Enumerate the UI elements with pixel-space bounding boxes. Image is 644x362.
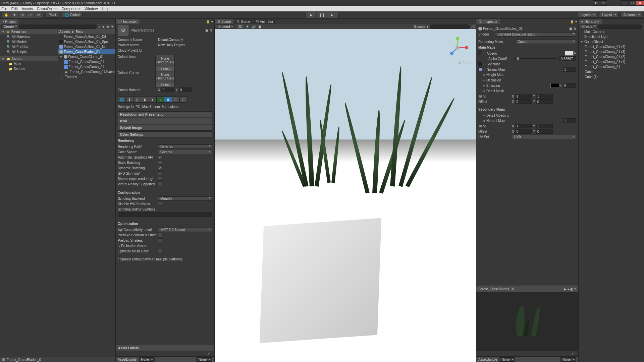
define-symbols-field[interactable]	[118, 212, 212, 217]
maximize-button[interactable]: ☐	[628, 0, 636, 6]
color-space[interactable]: Gamma	[158, 150, 212, 154]
bundle-variant[interactable]: None	[560, 357, 576, 362]
platform-web[interactable]: 🌐	[118, 97, 126, 103]
preview-controls[interactable]: ▶ ● ◐ ≡	[564, 287, 576, 291]
section-icon[interactable]: Icon	[118, 118, 212, 124]
picker-icon[interactable]: ✎	[559, 84, 562, 87]
layers-dropdown[interactable]: Layers	[578, 12, 597, 18]
normal-value[interactable]: 1	[563, 67, 576, 72]
rendering-mode[interactable]: Cutout	[515, 40, 576, 44]
menu-gameobject[interactable]: GameObject	[37, 7, 58, 11]
fx-toggle[interactable]: ▣	[258, 25, 261, 28]
account-dropdown[interactable]: Account	[621, 12, 642, 18]
gpu-skinning-checkbox[interactable]	[158, 171, 162, 175]
disable-hw-checkbox[interactable]	[158, 202, 162, 206]
stereo-checkbox[interactable]	[158, 177, 162, 181]
project-tab[interactable]: ▪Project	[0, 19, 18, 24]
filter-icon[interactable]: ★	[106, 25, 109, 28]
section-resolution[interactable]: Resolution and Presentation	[118, 111, 212, 117]
file-item[interactable]: ▣Forest_GrassClump_01Avatar	[58, 69, 116, 74]
hierarchy-search[interactable]	[597, 24, 643, 29]
file-item[interactable]: Forest_GrassAplhas_01_Spc	[58, 39, 116, 44]
cutoff-value[interactable]: 0.36567	[559, 56, 576, 61]
create-dropdown[interactable]: Create	[580, 24, 597, 29]
bundle-variant[interactable]: None	[196, 357, 212, 362]
label-icon[interactable]: 🏷	[208, 352, 212, 355]
breadcrumb[interactable]: Assets ▸ Mats	[58, 29, 116, 34]
animator-tab[interactable]: ⧉Animator	[254, 19, 276, 24]
platform-tv[interactable]: ▢	[179, 97, 187, 103]
emission-value[interactable]: 0	[563, 83, 576, 88]
lock-icon[interactable]: 🔒	[206, 20, 210, 23]
aux-icon[interactable]: ◧	[593, 0, 600, 6]
light-toggle[interactable]: ☀	[246, 25, 249, 28]
create-dropdown[interactable]: Create	[1, 24, 19, 29]
label-icon[interactable]: 🏷	[572, 352, 576, 355]
hierarchy-item[interactable]: Forest_GrassClump_01	[579, 64, 644, 69]
inspector-tab[interactable]: ⓘInspector	[476, 19, 500, 24]
map-slot[interactable]	[478, 62, 482, 66]
favorite-item[interactable]: 🔍All Materials	[0, 34, 58, 39]
folder-mats[interactable]: 📁Mats	[0, 61, 58, 66]
platform-bb[interactable]: ●	[149, 97, 157, 103]
minimize-button[interactable]: ─	[621, 0, 629, 6]
emission-color[interactable]	[550, 83, 559, 88]
favorites-header[interactable]: ▾★Favorites	[0, 29, 58, 34]
platform-webgl[interactable]: ⬢	[164, 97, 172, 103]
menu-icon[interactable]: ▾	[211, 20, 213, 23]
menu-component[interactable]: Component	[61, 7, 80, 11]
company-value[interactable]: DefaultCompany	[158, 38, 212, 42]
hand-tool[interactable]: ✋	[2, 12, 10, 18]
hierarchy-item[interactable]: Forest_GrassClump_01 (1)	[579, 59, 644, 64]
menu-window[interactable]: Window	[85, 7, 98, 11]
step-button[interactable]: ▶|	[327, 12, 338, 18]
cutoff-slider[interactable]	[514, 58, 557, 59]
rendering-path[interactable]: Deferred	[158, 144, 212, 149]
preview-sphere[interactable]	[504, 299, 551, 340]
game-tab[interactable]: ᗧGame	[234, 19, 253, 24]
platform-android[interactable]: ▮	[141, 97, 149, 103]
folder-scenes[interactable]: 📁Scenes	[0, 66, 58, 71]
hierarchy-item[interactable]: Forest_GrassClump_01 (2)	[579, 54, 644, 59]
platform-tizen[interactable]: ⬡	[172, 97, 180, 103]
scene-viewport[interactable]: ◁ Persp	[215, 29, 476, 362]
hotspot-y[interactable]: 0	[179, 87, 192, 92]
help-icon[interactable]: ▣ ⚙	[569, 27, 576, 31]
hotspot-x[interactable]: 0	[161, 87, 174, 92]
api-compat[interactable]: .NET 2.0 Subset	[158, 228, 212, 232]
hierarchy-item[interactable]: Directional Light	[579, 34, 644, 39]
hierarchy-item[interactable]: ▾GameObject	[579, 39, 644, 44]
dynamic-batching-checkbox[interactable]	[158, 166, 162, 170]
rect-tool[interactable]: ▭	[35, 12, 43, 18]
file-item[interactable]: ▯Thumbs	[58, 74, 116, 79]
project-search[interactable]	[19, 24, 97, 29]
map-slot[interactable]	[478, 51, 482, 55]
hierarchy-item[interactable]: Forest_GrassClump_01 (4)	[579, 44, 644, 49]
auto-graphics-checkbox[interactable]	[158, 155, 162, 159]
scripting-backend[interactable]: Mono2x	[158, 196, 212, 201]
menu-help[interactable]: Help	[102, 7, 109, 11]
bundle-dropdown[interactable]: None	[499, 357, 515, 362]
close-button[interactable]: ✕	[636, 0, 644, 6]
bundle-dropdown[interactable]: None	[139, 357, 155, 362]
shader-dropdown[interactable]: Standard (Specular setup)	[495, 32, 576, 37]
platform-ios[interactable]: ▯	[133, 97, 141, 103]
filter-icon[interactable]: ●	[102, 25, 104, 28]
menu-edit[interactable]: Edit	[11, 7, 18, 11]
hierarchy-item[interactable]: Main Camera	[579, 29, 644, 34]
file-item[interactable]: ▾Forest_GrassClump_01	[58, 54, 116, 59]
favorite-item[interactable]: 🔍All Prefabs	[0, 44, 58, 49]
hierarchy-tab[interactable]: ≡Hierarchy	[579, 19, 602, 24]
shaded-dropdown[interactable]: Shaded	[216, 24, 235, 29]
file-item-selected[interactable]: Forest_GrassBlades_01	[58, 49, 116, 54]
menu-icon[interactable]: ▾	[575, 20, 577, 23]
file-item[interactable]: Forest_GrassAplhas_01_Dif	[58, 34, 116, 39]
favorite-item[interactable]: 🔍All Scripts	[0, 49, 58, 54]
file-item[interactable]: Forest_GrassClump_01	[58, 59, 116, 64]
filter-icon[interactable]: ⌕	[98, 25, 100, 28]
file-item[interactable]: Forest_GrassAplhas_01_Nrm	[58, 44, 116, 49]
global-toggle[interactable]: 🌐Global	[62, 12, 83, 18]
section-splash[interactable]: Splash Image	[118, 125, 212, 131]
icon-slot[interactable]: None (Texture2D) Select	[155, 55, 175, 71]
audio-toggle[interactable]: 🔊	[252, 25, 256, 28]
